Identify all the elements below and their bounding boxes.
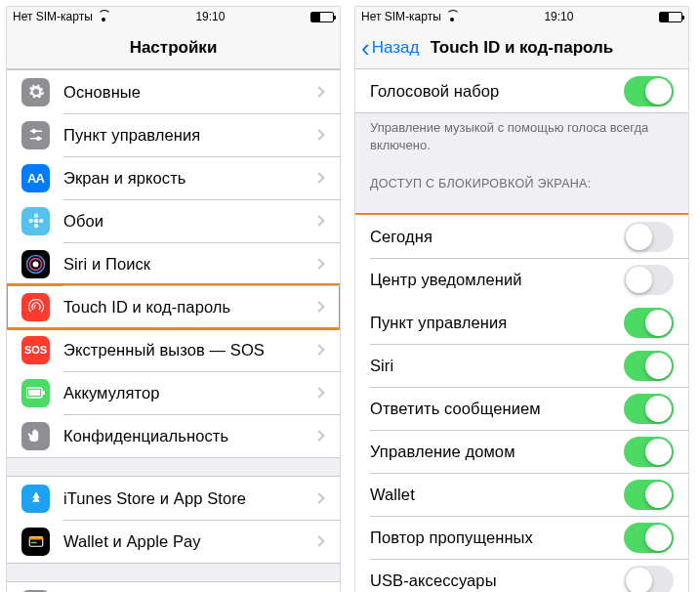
clock: 19:10 <box>544 10 573 23</box>
siri-icon <box>21 250 50 278</box>
row-label: Повтор пропущенных <box>370 529 624 547</box>
row-label: Сегодня <box>370 228 624 246</box>
toggle[interactable] <box>624 222 674 252</box>
chevron-right-icon <box>313 535 324 546</box>
sos-icon: SOS <box>21 336 50 364</box>
chevron-right-icon <box>313 301 324 312</box>
nav-bar: Настройки <box>7 26 340 69</box>
row-label: Wallet <box>370 486 624 504</box>
svg-point-3 <box>36 137 39 140</box>
toggle[interactable] <box>624 437 674 467</box>
settings-row[interactable]: Конфиденциальность <box>7 414 340 457</box>
lock-access-row[interactable]: Siri <box>355 344 688 387</box>
row-label: Touch ID и код-пароль <box>63 298 315 317</box>
back-label: Назад <box>372 38 420 58</box>
battery-icon <box>310 12 334 22</box>
chevron-right-icon <box>313 215 324 226</box>
chevron-left-icon: ‹ <box>361 35 370 61</box>
svg-rect-17 <box>29 537 43 540</box>
lock-access-row[interactable]: USB-аксессуары <box>355 559 688 592</box>
row-label: Siri и Поиск <box>63 255 315 274</box>
row-label: Основные <box>63 83 315 102</box>
wallet-icon <box>21 528 50 556</box>
settings-row[interactable]: Wallet и Apple Pay <box>7 520 340 563</box>
toggle[interactable] <box>624 566 674 592</box>
voice-dial-label: Голосовой набор <box>370 82 624 101</box>
voice-dial-row[interactable]: Голосовой набор <box>355 69 688 112</box>
row-label: Обои <box>63 212 315 231</box>
highlighted-rows: СегодняЦентр уведомлений <box>355 215 688 301</box>
settings-screen: Нет SIM-карты 19:10 Настройки ОсновныеПу… <box>6 6 341 592</box>
settings-row[interactable]: Обои <box>7 199 340 242</box>
aa-icon: AA <box>21 164 50 192</box>
status-bar: Нет SIM-карты 19:10 <box>7 7 340 26</box>
voice-note: Управление музыкой с помощью голоса всег… <box>355 113 688 161</box>
chevron-right-icon <box>313 492 324 503</box>
settings-row[interactable]: Touch ID и код-пароль <box>7 285 340 328</box>
touchid-list[interactable]: Голосовой набор Управление музыкой с пом… <box>355 69 688 592</box>
settings-row[interactable]: SOSЭкстренный вызов — SOS <box>7 328 340 371</box>
row-label: Пункт управления <box>370 314 624 332</box>
row-label: Экстренный вызов — SOS <box>63 341 315 359</box>
batt-icon <box>21 379 50 407</box>
row-label: Центр уведомлений <box>370 271 624 289</box>
astore-icon <box>21 485 50 513</box>
carrier-text: Нет SIM-карты <box>13 10 93 23</box>
touchid-screen: Нет SIM-карты 19:10 ‹ Назад Touch ID и к… <box>354 6 689 592</box>
settings-row[interactable]: Пункт управления <box>7 113 340 156</box>
toggle[interactable] <box>624 394 674 424</box>
status-bar: Нет SIM-карты 19:10 <box>355 7 688 26</box>
voice-dial-toggle[interactable] <box>624 76 674 106</box>
hand-icon <box>21 422 50 450</box>
settings-row[interactable]: AAЭкран и яркость <box>7 156 340 199</box>
back-button[interactable]: ‹ Назад <box>361 35 419 61</box>
svg-point-1 <box>32 130 35 133</box>
wifi-icon <box>97 12 110 21</box>
nav-bar: ‹ Назад Touch ID и код-пароль <box>355 26 688 69</box>
carrier-text: Нет SIM-карты <box>361 10 441 23</box>
lock-access-row[interactable]: Управление домом <box>355 430 688 473</box>
svg-point-5 <box>33 214 38 219</box>
svg-point-8 <box>39 219 44 224</box>
gear-icon <box>21 78 50 106</box>
lock-access-row[interactable]: Пункт управления <box>355 301 688 344</box>
settings-row[interactable]: Пароли и учетные записи <box>7 582 340 592</box>
row-label: Пункт управления <box>63 126 315 145</box>
svg-point-12 <box>33 261 39 267</box>
lock-access-row[interactable]: Повтор пропущенных <box>355 516 688 559</box>
lock-access-row[interactable]: Сегодня <box>355 215 688 258</box>
lock-access-header: ДОСТУП С БЛОКИРОВКОЙ ЭКРАНА: <box>355 161 688 196</box>
svg-rect-18 <box>30 542 36 544</box>
row-label: Аккумулятор <box>63 384 315 402</box>
toggle[interactable] <box>624 308 674 338</box>
lock-access-row[interactable]: Центр уведомлений <box>355 258 688 301</box>
row-label: Siri <box>370 357 624 375</box>
chevron-right-icon <box>313 172 324 183</box>
toggle[interactable] <box>624 265 674 295</box>
row-label: Экран и яркость <box>63 169 315 188</box>
settings-row[interactable]: Аккумулятор <box>7 371 340 414</box>
settings-row[interactable]: Siri и Поиск <box>7 242 340 285</box>
toggle[interactable] <box>624 480 674 510</box>
row-label: Управление домом <box>370 443 624 461</box>
sliders-icon <box>21 121 50 149</box>
settings-row[interactable]: Основные <box>7 70 340 113</box>
svg-point-4 <box>33 219 38 224</box>
row-label: USB-аксессуары <box>370 571 624 590</box>
row-label: Конфиденциальность <box>63 427 315 445</box>
chevron-right-icon <box>313 344 324 355</box>
wifi-icon <box>445 12 459 21</box>
svg-point-7 <box>28 219 33 224</box>
svg-rect-15 <box>43 391 45 395</box>
chevron-right-icon <box>313 86 324 97</box>
settings-list[interactable]: ОсновныеПункт управленияAAЭкран и яркост… <box>7 69 340 592</box>
settings-row[interactable]: iTunes Store и App Store <box>7 477 340 520</box>
lock-access-row[interactable]: Wallet <box>355 473 688 516</box>
finger-icon <box>21 293 50 321</box>
toggle[interactable] <box>624 523 674 553</box>
toggle[interactable] <box>624 351 674 381</box>
page-title: Настройки <box>130 38 218 58</box>
battery-icon <box>659 12 682 22</box>
chevron-right-icon <box>313 430 324 441</box>
lock-access-row[interactable]: Ответить сообщением <box>355 387 688 430</box>
